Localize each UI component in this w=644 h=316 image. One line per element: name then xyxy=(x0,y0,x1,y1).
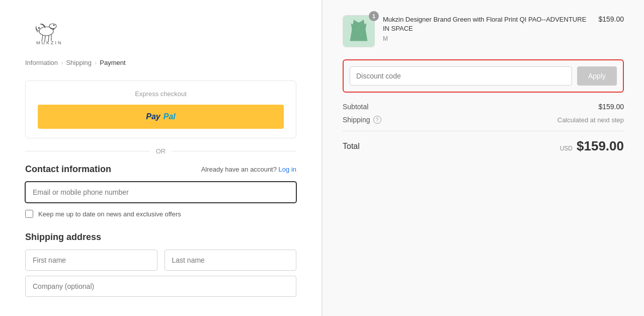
shipping-value: Calculated at next step xyxy=(557,116,624,124)
paypal-button[interactable]: Pay Pal xyxy=(38,105,284,129)
newsletter-checkbox[interactable] xyxy=(25,210,33,218)
total-label: Total xyxy=(343,142,360,151)
product-variant: M xyxy=(383,35,590,42)
svg-point-13 xyxy=(359,33,362,36)
apply-discount-button[interactable]: Apply xyxy=(577,66,617,86)
shipping-label: Shipping xyxy=(343,116,370,124)
product-image-wrapper: 1 xyxy=(343,15,375,47)
first-name-input[interactable] xyxy=(25,250,157,271)
svg-text:MUKZIN: MUKZIN xyxy=(36,40,63,45)
total-right: USD $159.00 xyxy=(560,138,624,154)
contact-title: Contact information xyxy=(25,164,111,175)
svg-rect-8 xyxy=(38,27,40,29)
svg-point-15 xyxy=(362,29,364,31)
company-input[interactable] xyxy=(25,276,296,297)
logo-area: MUKZIN xyxy=(25,15,296,47)
svg-point-14 xyxy=(358,26,360,28)
newsletter-checkbox-row: Keep me up to date on news and exclusive… xyxy=(25,210,296,218)
svg-point-0 xyxy=(39,27,53,36)
total-line: Total USD $159.00 xyxy=(343,138,624,154)
already-account-text: Already have an account? Log in xyxy=(201,166,296,173)
paypal-pal-text: Pal xyxy=(164,112,176,121)
product-details: Mukzin Designer Brand Green with Floral … xyxy=(383,15,590,42)
discount-code-input[interactable] xyxy=(350,66,572,86)
login-link[interactable]: Log in xyxy=(279,166,296,173)
subtotal-line: Subtotal $159.00 xyxy=(343,103,624,111)
svg-rect-9 xyxy=(53,28,54,30)
breadcrumb-separator-2: › xyxy=(95,59,97,66)
svg-point-1 xyxy=(49,24,56,29)
svg-point-12 xyxy=(355,29,358,32)
svg-point-7 xyxy=(53,25,54,26)
shipping-line: Shipping ? Calculated at next step xyxy=(343,116,624,124)
product-name: Mukzin Designer Brand Green with Floral … xyxy=(383,15,590,33)
subtotal-value: $159.00 xyxy=(598,103,624,111)
shipping-label-group: Shipping ? xyxy=(343,116,381,124)
summary-divider xyxy=(343,131,624,131)
express-checkout-title: Express checkout xyxy=(38,90,284,98)
left-panel: MUKZIN Information › Shipping › Payment … xyxy=(0,0,322,316)
breadcrumb-payment: Payment xyxy=(100,59,125,66)
breadcrumb-shipping[interactable]: Shipping xyxy=(66,59,92,66)
last-name-input[interactable] xyxy=(165,250,297,271)
shipping-help-icon[interactable]: ? xyxy=(373,116,381,124)
email-input[interactable] xyxy=(25,182,296,203)
product-quantity-badge: 1 xyxy=(369,11,379,21)
discount-section: Apply xyxy=(343,59,624,93)
paypal-pay-text: Pay xyxy=(146,112,160,121)
product-image xyxy=(343,15,375,47)
breadcrumb-separator-1: › xyxy=(61,59,63,66)
product-price: $159.00 xyxy=(598,15,624,23)
right-panel: 1 Mukzin Designer Brand Green with Flora… xyxy=(322,0,644,316)
subtotal-label: Subtotal xyxy=(343,103,368,111)
email-input-wrapper xyxy=(25,182,296,203)
breadcrumb-information[interactable]: Information xyxy=(25,59,58,66)
total-amount: $159.00 xyxy=(577,138,624,154)
total-currency: USD xyxy=(560,145,573,152)
breadcrumb: Information › Shipping › Payment xyxy=(25,59,296,66)
contact-section-header: Contact information Already have an acco… xyxy=(25,164,296,175)
shipping-address-title: Shipping address xyxy=(25,232,296,243)
product-item: 1 Mukzin Designer Brand Green with Flora… xyxy=(343,15,624,47)
newsletter-label: Keep me up to date on news and exclusive… xyxy=(38,210,181,218)
or-divider: OR xyxy=(25,147,296,155)
name-row xyxy=(25,250,296,271)
express-checkout-section: Express checkout Pay Pal xyxy=(25,81,296,138)
mukzin-logo: MUKZIN xyxy=(25,15,65,45)
